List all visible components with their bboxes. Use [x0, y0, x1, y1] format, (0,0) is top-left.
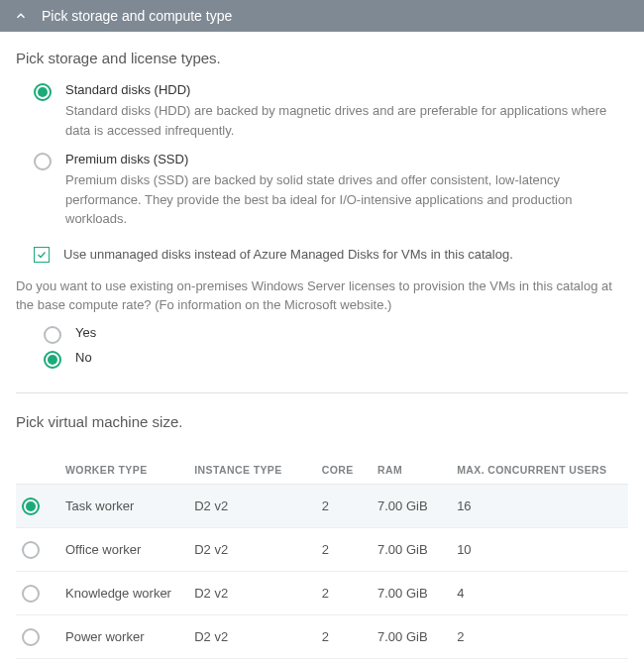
- radio-ssd-desc: Premium disks (SSD) are backed by solid …: [65, 170, 628, 229]
- cell-core: 2: [316, 614, 372, 658]
- vm-section-title: Pick virtual machine size.: [16, 413, 628, 440]
- col-select: [16, 456, 59, 485]
- cell-core: 2: [316, 527, 372, 571]
- radio-no[interactable]: No: [44, 350, 628, 369]
- cell-core: 2: [316, 484, 372, 527]
- radio-icon: [34, 153, 52, 170]
- radio-icon: [22, 497, 40, 515]
- radio-icon: [44, 326, 61, 344]
- chevron-up-icon: [14, 9, 28, 23]
- cell-instance: D2 v2: [188, 527, 316, 571]
- license-question: Do you want to use existing on-premises …: [16, 276, 628, 315]
- radio-ssd-label: Premium disks (SSD): [65, 152, 628, 166]
- header-title: Pick storage and compute type: [42, 8, 232, 24]
- radio-yes[interactable]: Yes: [44, 325, 628, 344]
- radio-yes-label: Yes: [75, 325, 96, 340]
- table-row[interactable]: Power worker D2 v2 2 7.00 GiB 2: [16, 614, 628, 658]
- col-instance: INSTANCE TYPE: [188, 456, 316, 485]
- radio-ssd[interactable]: Premium disks (SSD) Premium disks (SSD) …: [34, 152, 628, 229]
- cell-worker: Office worker: [59, 527, 188, 571]
- cell-instance: D2 v2: [188, 614, 316, 658]
- cell-max: 16: [451, 484, 628, 527]
- col-worker: WORKER TYPE: [59, 456, 188, 485]
- header-bar[interactable]: Pick storage and compute type: [0, 0, 644, 32]
- checkbox-unmanaged[interactable]: Use unmanaged disks instead of Azure Man…: [34, 247, 628, 263]
- radio-icon: [44, 351, 61, 369]
- cell-max: 10: [451, 527, 628, 571]
- cell-ram: 7.00 GiB: [372, 571, 451, 614]
- cell-max: 2: [451, 614, 628, 658]
- cell-ram: 7.00 GiB: [372, 527, 451, 571]
- storage-section-title: Pick storage and license types.: [16, 50, 628, 66]
- cell-worker: Task worker: [59, 484, 188, 527]
- table-row[interactable]: Custom D2 v2 (Core: 2, RAM: 7.00 GiB) 10: [16, 658, 628, 663]
- col-ram: RAM: [372, 456, 451, 485]
- radio-hdd-desc: Standard disks (HDD) are backed by magne…: [65, 101, 628, 140]
- cell-core: 2: [316, 571, 372, 614]
- cell-instance: D2 v2: [188, 571, 316, 614]
- col-max: MAX. CONCURRENT USERS: [451, 456, 628, 485]
- cell-max: 4: [451, 571, 628, 614]
- table-row[interactable]: Office worker D2 v2 2 7.00 GiB 10: [16, 527, 628, 571]
- radio-hdd[interactable]: Standard disks (HDD) Standard disks (HDD…: [34, 82, 628, 140]
- cell-worker: Knowledge worker: [59, 571, 188, 614]
- section-divider: [16, 392, 628, 393]
- table-row[interactable]: Knowledge worker D2 v2 2 7.00 GiB 4: [16, 571, 628, 614]
- vm-size-table: WORKER TYPE INSTANCE TYPE CORE RAM MAX. …: [16, 456, 628, 664]
- cell-ram: 7.00 GiB: [372, 484, 451, 527]
- radio-icon: [22, 628, 40, 646]
- cell-ram: 7.00 GiB: [372, 614, 451, 658]
- cell-instance: D2 v2: [188, 484, 316, 527]
- radio-hdd-label: Standard disks (HDD): [65, 82, 628, 97]
- cell-worker: Custom: [59, 658, 188, 663]
- table-row[interactable]: Task worker D2 v2 2 7.00 GiB 16: [16, 484, 628, 527]
- cell-worker: Power worker: [59, 614, 188, 658]
- radio-icon: [22, 541, 40, 559]
- radio-icon: [34, 83, 52, 101]
- checkbox-icon: [34, 247, 50, 263]
- col-core: CORE: [316, 456, 372, 485]
- radio-no-label: No: [75, 350, 92, 365]
- checkbox-unmanaged-label: Use unmanaged disks instead of Azure Man…: [63, 247, 513, 262]
- radio-icon: [22, 585, 40, 603]
